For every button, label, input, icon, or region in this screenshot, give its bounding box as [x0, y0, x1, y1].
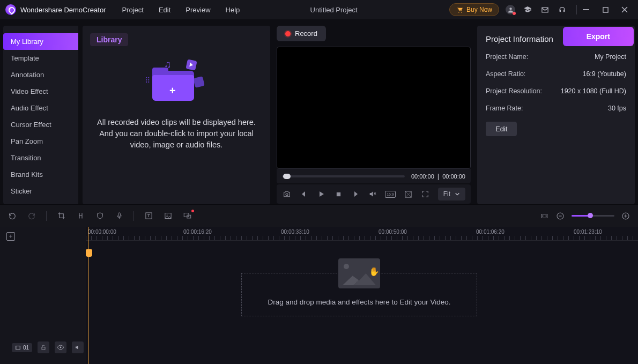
sidebar-item-template[interactable]: Template — [3, 50, 78, 66]
play-icon[interactable] — [316, 189, 326, 199]
minimize-icon[interactable] — [581, 5, 591, 14]
close-icon[interactable] — [620, 5, 629, 14]
headset-icon[interactable] — [557, 5, 567, 14]
aspect-ratio-icon[interactable]: 16:9 — [385, 191, 396, 198]
track-number-chip[interactable]: 01 — [12, 343, 32, 352]
import-folder-icon: ⠿ ♫ + — [147, 61, 206, 104]
redo-icon[interactable] — [27, 211, 36, 221]
lock-track-icon[interactable] — [38, 341, 49, 353]
timeline: + 01 00:00:00:00 00:00:16:20 00:00:33:10… — [0, 227, 638, 364]
scrub-track[interactable] — [282, 175, 405, 177]
menu-preview[interactable]: Preview — [186, 6, 210, 14]
scrub-handle[interactable] — [283, 174, 291, 179]
titlebar-icons — [506, 5, 567, 14]
undo-icon[interactable] — [8, 211, 17, 221]
ruler-mark: 00:01:23:10 — [574, 229, 602, 235]
svg-point-11 — [166, 214, 167, 216]
sidebar-item-sticker[interactable]: Sticker — [3, 183, 78, 199]
visibility-track-icon[interactable] — [55, 341, 66, 353]
fit-timeline-icon[interactable] — [539, 211, 549, 221]
divider — [576, 5, 577, 14]
timeline-toolbar — [0, 204, 638, 227]
app-logo-icon — [5, 4, 16, 15]
playback-controls: 16:9 Fit — [277, 184, 471, 204]
menu-project[interactable]: Project — [122, 6, 143, 14]
sidebar-item-pan-zoom[interactable]: Pan Zoom — [3, 133, 78, 150]
sidebar-item-video-effect[interactable]: Video Effect — [3, 83, 78, 100]
track-header: + 01 — [0, 227, 86, 364]
voiceover-icon[interactable] — [114, 211, 124, 221]
current-time: 00:00:00 — [411, 173, 434, 180]
sidebar-item-transition[interactable]: Transition — [3, 150, 78, 166]
zoom-thumb[interactable] — [588, 213, 593, 218]
record-label: Record — [295, 29, 317, 38]
grab-hand-icon: ✋ — [369, 266, 380, 277]
notification-dot-icon — [191, 210, 194, 212]
zoom-in-icon[interactable] — [621, 211, 630, 221]
category-sidebar: My Library Template Annotation Video Eff… — [3, 26, 78, 204]
svg-rect-6 — [336, 192, 340, 196]
dropzone-text: Drag and drop media and effects here to … — [268, 298, 451, 306]
crop-icon[interactable] — [56, 211, 66, 221]
chevron-down-icon — [455, 191, 460, 197]
zoom-out-icon[interactable] — [555, 211, 565, 221]
library-panel[interactable]: Library ⠿ ♫ + All recorded video clips w… — [83, 26, 270, 204]
svg-point-19 — [60, 347, 62, 348]
split-icon[interactable] — [76, 211, 85, 221]
record-button[interactable]: Record — [277, 26, 326, 41]
prev-frame-icon[interactable] — [299, 189, 309, 199]
maximize-icon[interactable] — [600, 5, 610, 14]
next-frame-icon[interactable] — [351, 189, 360, 199]
graduation-icon[interactable] — [523, 5, 532, 14]
fit-dropdown[interactable]: Fit — [438, 188, 465, 200]
info-row-aspect: Aspect Ratio:16:9 (Youtube) — [486, 70, 626, 78]
playhead-handle[interactable] — [86, 249, 92, 257]
sidebar-item-cursor-effect[interactable]: Cursor Effect — [3, 116, 78, 133]
shield-icon[interactable] — [95, 211, 105, 221]
safe-zone-icon[interactable] — [403, 189, 413, 199]
time-ruler[interactable]: 00:00:00:00 00:00:16:20 00:00:33:10 00:0… — [86, 227, 638, 241]
separator — [46, 211, 47, 221]
svg-point-0 — [458, 12, 459, 13]
buy-now-label: Buy Now — [466, 6, 492, 13]
track-number: 01 — [23, 345, 29, 351]
export-button[interactable]: Export — [563, 27, 634, 46]
svg-point-1 — [461, 12, 462, 13]
title-bar: Wondershare DemoCreator Project Edit Pre… — [0, 0, 638, 19]
ruler-ticks — [86, 236, 638, 240]
ruler-mark: 00:00:00:00 — [88, 229, 116, 235]
record-dot-icon — [285, 31, 291, 36]
sidebar-item-audio-effect[interactable]: Audio Effect — [3, 100, 78, 116]
sidebar-item-brand-kits[interactable]: Brand Kits — [3, 166, 78, 183]
image-icon[interactable] — [163, 211, 173, 221]
info-row-framerate: Frame Rate:30 fps — [486, 105, 626, 112]
cart-icon — [456, 6, 463, 13]
project-title: Untitled Project — [218, 6, 449, 14]
video-preview[interactable] — [277, 47, 471, 169]
sidebar-item-my-library[interactable]: My Library — [3, 33, 78, 50]
ruler-mark: 00:00:16:20 — [183, 229, 212, 235]
mute-icon[interactable] — [368, 189, 377, 199]
film-icon — [15, 345, 21, 351]
ruler-mark: 00:00:33:10 — [281, 229, 309, 235]
notification-dot-icon — [513, 12, 516, 15]
timeline-dropzone[interactable]: Drag and drop media and effects here to … — [241, 273, 477, 316]
fullscreen-icon[interactable] — [420, 189, 430, 199]
mail-icon[interactable] — [540, 5, 550, 14]
ruler-mark: 00:00:50:00 — [379, 229, 407, 235]
menu-edit[interactable]: Edit — [159, 6, 170, 14]
buy-now-button[interactable]: Buy Now — [449, 3, 499, 16]
snapshot-icon[interactable] — [282, 189, 292, 199]
pip-icon[interactable] — [182, 211, 192, 221]
stop-icon[interactable] — [333, 189, 343, 199]
zoom-slider[interactable] — [572, 215, 614, 217]
track-body[interactable]: 00:00:00:00 00:00:16:20 00:00:33:10 00:0… — [86, 227, 638, 364]
add-track-button[interactable]: + — [6, 232, 15, 241]
edit-project-button[interactable]: Edit — [486, 122, 517, 136]
playhead[interactable] — [88, 227, 88, 364]
account-icon[interactable] — [506, 5, 515, 14]
sidebar-item-annotation[interactable]: Annotation — [3, 66, 78, 83]
text-icon[interactable] — [144, 211, 153, 221]
mute-track-icon[interactable] — [72, 341, 84, 353]
svg-rect-18 — [42, 347, 45, 350]
